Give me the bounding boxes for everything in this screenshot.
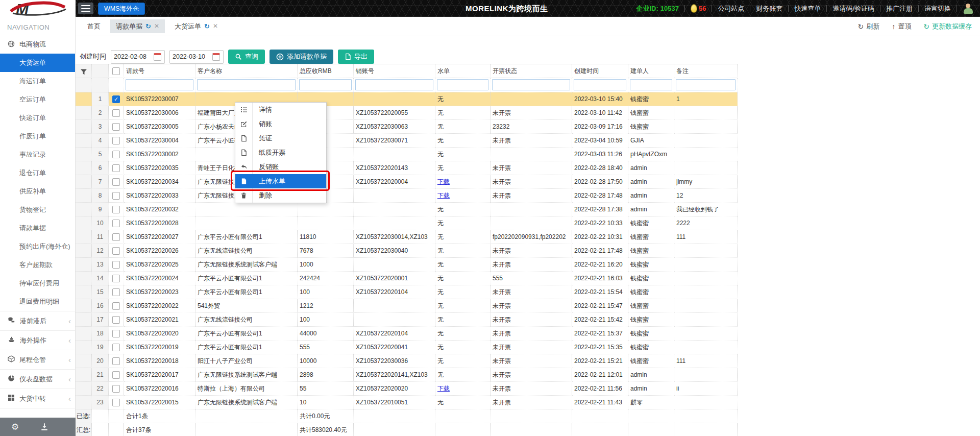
- row-checkbox[interactable]: [112, 330, 120, 337]
- row-checkbox[interactable]: [112, 316, 120, 324]
- sidebar-item[interactable]: 请款单据: [0, 219, 75, 237]
- column-header[interactable]: 客户名称: [195, 64, 298, 78]
- tab-close-icon[interactable]: ✕: [213, 19, 218, 33]
- row-checkbox[interactable]: [112, 371, 120, 379]
- context-menu-item[interactable]: 反销账: [235, 160, 326, 174]
- context-menu-item[interactable]: 销账: [235, 117, 326, 131]
- wms-overseas-button[interactable]: WMS海外仓: [98, 3, 145, 15]
- column-filter-input[interactable]: [574, 79, 626, 90]
- row-checkbox[interactable]: [112, 302, 120, 310]
- tab-bulk-freight[interactable]: 大货运单 ↻ ✕: [169, 19, 224, 33]
- notification-badge[interactable]: 56: [691, 4, 706, 13]
- sidebar-item[interactable]: 货物登记: [0, 201, 75, 219]
- row-checkbox[interactable]: [112, 247, 120, 255]
- table-row[interactable]: 3SK1053722030005广东小杨农夫山XZ1053722030063无2…: [76, 120, 738, 134]
- tab-home[interactable]: 首页: [82, 19, 106, 33]
- row-checkbox[interactable]: [112, 123, 120, 131]
- column-header[interactable]: 请款号: [124, 64, 195, 78]
- sidebar-group-ecommerce[interactable]: 电商物流: [0, 35, 75, 54]
- user-avatar[interactable]: [963, 3, 974, 15]
- context-menu-item[interactable]: 详情: [235, 103, 326, 117]
- pin-top-action[interactable]: ↑置顶: [892, 22, 911, 31]
- column-filter-input[interactable]: [299, 79, 352, 90]
- topbar-menu-item[interactable]: 推广注册: [886, 4, 913, 13]
- row-checkbox[interactable]: [112, 288, 120, 296]
- table-row[interactable]: 16SK1053722020022541外贸1212无未开票2022-02-21…: [76, 299, 738, 313]
- tab-refresh-icon[interactable]: ↻: [204, 19, 210, 33]
- row-checkbox[interactable]: [112, 275, 120, 282]
- settings-gear-icon[interactable]: ⚙: [11, 422, 19, 432]
- sidebar-item[interactable]: 退回费用明细: [0, 293, 75, 311]
- column-header[interactable]: 总应收RMB: [298, 64, 354, 78]
- sidebar-item[interactable]: 快递订单: [0, 109, 75, 127]
- column-filter-input[interactable]: [197, 79, 296, 90]
- table-row[interactable]: 18SK1053722020020广东平云小匠有限公司144000XZ10537…: [76, 327, 738, 341]
- topbar-menu-item[interactable]: 公司站点: [718, 4, 744, 13]
- sidebar-item[interactable]: 作废订单: [0, 127, 75, 146]
- row-checkbox[interactable]: [112, 220, 120, 227]
- table-row[interactable]: 7SK1053722020034广东无限链接系XZ1053722020004下载…: [76, 175, 738, 189]
- sidebar-item[interactable]: 事故记录: [0, 146, 75, 164]
- calendar-icon[interactable]: [154, 53, 161, 61]
- table-row[interactable]: 10SK1053722020028无2022-02-22 10:33钱蜜蜜222…: [76, 216, 738, 230]
- calendar-icon[interactable]: [212, 53, 220, 61]
- table-row[interactable]: 4SK1053722030004广东平云小匠有XZ1053722030071无未…: [76, 134, 738, 148]
- row-checkbox[interactable]: [112, 192, 120, 200]
- column-header[interactable]: 销账号: [354, 64, 435, 78]
- select-all-checkbox[interactable]: [112, 67, 120, 75]
- column-header[interactable]: 创建时间: [572, 64, 628, 78]
- context-menu-item[interactable]: 删除: [235, 188, 326, 203]
- table-row[interactable]: 20SK1053722020018阳江十八子产业公司10000XZ1053722…: [76, 354, 738, 368]
- sidebar-section[interactable]: 海外操作‹: [0, 330, 75, 350]
- column-header[interactable]: 水单: [435, 64, 491, 78]
- sidebar-item[interactable]: 退仓订单: [0, 164, 75, 182]
- row-checkbox[interactable]: [112, 178, 120, 186]
- sidebar-item[interactable]: 待审应付费用: [0, 274, 75, 293]
- table-row[interactable]: 9SK1053722020032无2022-02-28 17:38admin我已…: [76, 203, 738, 216]
- table-row[interactable]: 12SK1053722020026广东无线流链接公司7678XZ10537220…: [76, 244, 738, 258]
- tab-close-icon[interactable]: ✕: [154, 19, 159, 33]
- context-menu-item[interactable]: 纸质开票: [235, 146, 326, 160]
- column-filter-input[interactable]: [492, 79, 570, 90]
- table-row[interactable]: 17SK1053722020021广东无线流链接公司100无未开票2022-02…: [76, 313, 738, 327]
- row-checkbox[interactable]: [112, 233, 120, 241]
- table-row[interactable]: 23SK1053722020015广东无限链接系统测试客户端10XZ105372…: [76, 396, 738, 409]
- table-row[interactable]: 2SK1053722030006福建莆田大厂房XZ1053722020055无未…: [76, 106, 738, 120]
- sidebar-item[interactable]: 预约出库(海外仓): [0, 237, 75, 256]
- topbar-menu-item[interactable]: 邀请码/验证码: [832, 4, 874, 13]
- sidebar-section[interactable]: 港前港后‹: [0, 311, 75, 330]
- row-checkbox[interactable]: [112, 357, 120, 365]
- row-checkbox[interactable]: [112, 206, 120, 213]
- row-checkbox[interactable]: [112, 344, 120, 351]
- sidebar-item[interactable]: 大货运单: [0, 54, 75, 72]
- table-row[interactable]: 14SK1053722020024广东平云小匠有限公司1242424XZ1053…: [76, 272, 738, 285]
- table-row[interactable]: 11SK1053722020027广东平云小匠有限公司111810XZ10537…: [76, 230, 738, 244]
- column-filter-input[interactable]: [676, 79, 736, 90]
- table-row[interactable]: 22SK1053722020016特斯拉（上海）有限公司55XZ10537220…: [76, 382, 738, 396]
- row-checkbox[interactable]: [112, 399, 120, 406]
- update-cache-action[interactable]: ↻更新数据缓存: [923, 22, 972, 31]
- sidebar-item[interactable]: 海运订单: [0, 72, 75, 90]
- row-checkbox[interactable]: [112, 109, 120, 117]
- morelink-logo[interactable]: M: [0, 0, 76, 17]
- refresh-action[interactable]: ↻刷新: [858, 22, 880, 31]
- table-row[interactable]: 8SK1053722020033广东无限链接系下载未开票2022-02-28 1…: [76, 189, 738, 203]
- sidebar-item[interactable]: 客户超期款: [0, 256, 75, 274]
- column-filter-input[interactable]: [630, 79, 672, 90]
- download-water-bill-link[interactable]: 下载: [437, 178, 450, 185]
- sidebar-toggle-icon[interactable]: [78, 3, 93, 14]
- download-water-bill-link[interactable]: 下载: [437, 192, 450, 199]
- sidebar-item[interactable]: 供应补单: [0, 182, 75, 201]
- search-button[interactable]: 查询: [228, 50, 265, 64]
- table-row[interactable]: 21SK1053722020017广东无限链接系统测试客户端2898XZ1053…: [76, 368, 738, 382]
- add-request-button[interactable]: 添加请款单据: [270, 50, 333, 64]
- row-checkbox[interactable]: [112, 151, 120, 158]
- row-checkbox[interactable]: [112, 261, 120, 269]
- sidebar-section[interactable]: 大货中转‹: [0, 389, 75, 408]
- row-checkbox[interactable]: [112, 137, 120, 144]
- download-icon[interactable]: [40, 423, 48, 431]
- row-checkbox[interactable]: [112, 164, 120, 172]
- column-filter-input[interactable]: [437, 79, 488, 90]
- date-to-input[interactable]: [173, 53, 210, 60]
- download-water-bill-link[interactable]: 下载: [437, 385, 450, 392]
